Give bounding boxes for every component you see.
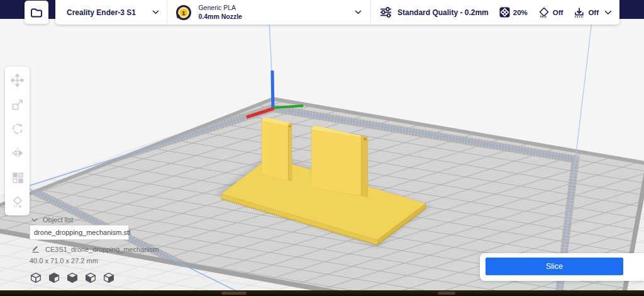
view-front-button[interactable] — [47, 270, 62, 286]
move-tool-button[interactable] — [6, 69, 29, 91]
project-name: CE3S1_drone_dropping_mechanism — [45, 246, 158, 253]
support-blocker-button[interactable] — [6, 191, 29, 213]
object-list-toggle[interactable]: Object list — [31, 216, 73, 224]
view-top-icon — [65, 271, 79, 285]
view-3d-icon — [29, 271, 43, 285]
scale-tool-button[interactable] — [6, 94, 29, 115]
bottom-bar-glow — [438, 292, 455, 295]
object-list-item-filename[interactable]: drone_dropping_mechanism.stl — [30, 225, 129, 240]
view-top-button[interactable] — [65, 270, 80, 286]
action-panel: Slice — [480, 253, 644, 281]
view-left-icon — [84, 271, 97, 285]
adhesion-icon — [574, 7, 585, 18]
object-list-header: Object list — [43, 216, 73, 224]
material-selector[interactable]: 1 Generic PLA 0.4mm Nozzle — [167, 0, 370, 25]
support-group: Off — [538, 7, 564, 18]
mirror-tool-button[interactable] — [6, 142, 29, 164]
tool-panel — [5, 67, 30, 215]
sliders-icon — [380, 7, 392, 18]
bottom-bar-glow — [221, 292, 247, 295]
nozzle-size: 0.4mm Nozzle — [198, 13, 242, 21]
infill-group: 20% — [499, 7, 528, 18]
printer-selector[interactable]: Creality Ender-3 S1 — [55, 0, 167, 25]
slice-button[interactable]: Slice — [486, 258, 623, 275]
support-icon — [538, 7, 550, 18]
infill-density-value: 20% — [513, 9, 528, 16]
view-front-icon — [47, 271, 61, 285]
bottom-edge-bar — [0, 290, 644, 296]
open-file-button[interactable] — [25, 1, 48, 24]
camera-views-bar — [28, 270, 116, 286]
project-name-row[interactable]: CE3S1_drone_dropping_mechanism — [31, 245, 158, 253]
extruder-badge-icon: 1 — [175, 4, 192, 21]
scale-icon — [11, 98, 24, 111]
rotate-icon — [11, 123, 24, 135]
per-model-settings-button[interactable] — [6, 167, 29, 188]
view-right-button[interactable] — [101, 270, 116, 286]
view-3d-button[interactable] — [28, 270, 43, 286]
material-name: Generic PLA — [198, 4, 242, 12]
move-icon — [11, 74, 24, 87]
infill-density-icon — [499, 7, 510, 18]
mirror-icon — [11, 147, 24, 159]
configuration-bar: Creality Ender-3 S1 1 Generic PLA 0.4mm … — [55, 0, 619, 25]
adhesion-value: Off — [588, 9, 599, 16]
chevron-down-icon — [152, 10, 159, 14]
folder-icon — [30, 6, 43, 20]
printer-name: Creality Ender-3 S1 — [67, 8, 136, 17]
adhesion-group: Off — [574, 7, 599, 18]
rotate-tool-button[interactable] — [6, 118, 29, 140]
print-settings-selector[interactable]: Standard Quality - 0.2mm 20% Off — [371, 0, 619, 25]
chevron-down-icon — [355, 10, 362, 14]
view-right-icon — [102, 271, 116, 285]
pencil-icon — [31, 245, 40, 253]
model-dimensions: 40.0 x 71.0 x 27.2 mm — [30, 257, 98, 265]
support-value: Off — [553, 9, 564, 16]
support-blocker-icon — [11, 196, 24, 208]
profile-name: Standard Quality - 0.2mm — [397, 8, 489, 17]
view-left-button[interactable] — [83, 270, 98, 286]
chevron-down-icon — [31, 218, 38, 222]
per-model-settings-icon — [11, 171, 24, 184]
chevron-down-icon — [604, 10, 612, 15]
extruder-number: 1 — [182, 9, 186, 16]
